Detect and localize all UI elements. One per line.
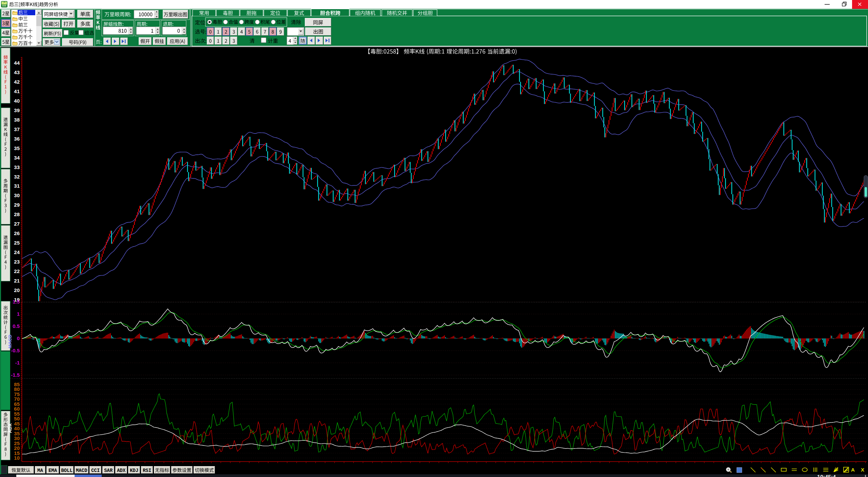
svg-text:KDJ: KDJ [130,468,138,473]
svg-text:MACD: MACD [76,468,87,473]
svg-text:BOLL: BOLL [61,468,73,473]
svg-text:ADX: ADX [117,468,126,473]
svg-text:43: 43 [14,69,20,75]
svg-text:25: 25 [14,440,20,446]
svg-text:CCI: CCI [91,468,100,473]
svg-text:85: 85 [14,381,20,387]
svg-text:EMA: EMA [48,468,57,473]
svg-text:55: 55 [14,411,20,417]
svg-text:44: 44 [14,60,20,66]
svg-text:-1.5: -1.5 [11,372,20,378]
svg-text:23: 23 [14,259,20,265]
svg-text:0: 0 [17,335,20,341]
svg-text:36: 36 [14,136,20,142]
svg-text:22: 22 [14,268,20,274]
svg-text:28: 28 [14,211,20,217]
svg-text:A: A [851,467,855,473]
svg-text:37: 37 [14,126,20,132]
svg-text:38: 38 [14,117,20,123]
svg-text:ADX: ADX [7,423,13,433]
svg-text:27: 27 [14,221,20,227]
svg-text:10:45:4: 10:45:4 [817,474,836,477]
svg-text:65: 65 [14,401,20,407]
svg-text:40: 40 [14,98,20,104]
svg-text:20: 20 [14,287,20,293]
svg-text:75: 75 [14,391,20,397]
svg-text:30: 30 [14,192,20,198]
svg-text:24: 24 [14,249,20,255]
svg-text:33: 33 [14,164,20,170]
svg-text:-1: -1 [15,360,20,366]
svg-text:MA: MA [37,468,43,473]
svg-text:21: 21 [14,278,20,284]
svg-text:15: 15 [14,450,20,456]
svg-text:32: 32 [14,174,20,180]
svg-text:35: 35 [14,431,20,436]
svg-text:31: 31 [14,183,20,189]
svg-text:45: 45 [14,421,20,427]
svg-text:0.5: 0.5 [13,323,20,329]
svg-text:X: X [861,467,864,473]
svg-text:MACD: MACD [7,335,13,349]
svg-text:25: 25 [14,240,20,246]
svg-text:34: 34 [14,155,20,161]
svg-text:1.5: 1.5 [13,299,20,305]
svg-text:1: 1 [17,311,20,317]
svg-text:SAR: SAR [104,468,113,473]
svg-text:35: 35 [14,145,20,151]
svg-text:RSI: RSI [143,468,151,473]
svg-text:26: 26 [14,230,20,236]
svg-text:41: 41 [14,88,20,94]
svg-text:29: 29 [14,202,20,208]
svg-text:42: 42 [14,79,20,85]
svg-text:39: 39 [14,107,20,113]
